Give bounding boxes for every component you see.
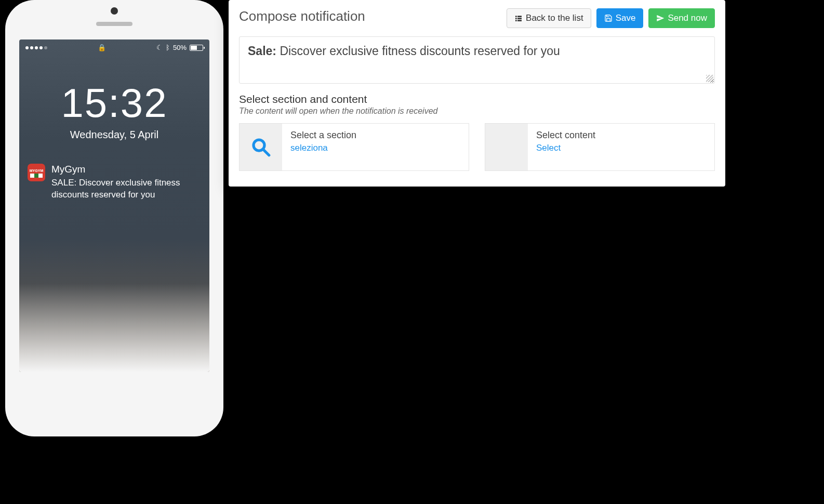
svg-rect-4 [515, 20, 517, 21]
phone-screen: 🔒 ☾ ᛒ 50% 15:32 Wednesday, 5 April MYGYM… [19, 39, 209, 372]
notification-body: MyGym SALE: Discover exclusive fitness d… [51, 164, 201, 201]
panel-actions: Back to the list Save Send now [507, 8, 715, 28]
clock-time: 15:32 [19, 79, 209, 127]
select-section-card[interactable]: Select a section seleziona [239, 123, 469, 171]
compose-textarea[interactable]: Sale: Discover exclusive fitness discoun… [239, 36, 715, 84]
notification-title: MyGym [51, 164, 201, 175]
compose-body: Discover exclusive fitness discounts res… [280, 44, 560, 58]
compose-panel: Compose notification Back to the list Sa… [229, 0, 725, 187]
save-label: Save [616, 13, 636, 23]
status-bar: 🔒 ☾ ᛒ 50% [19, 39, 209, 51]
svg-rect-1 [517, 16, 522, 17]
signal-dots-icon [25, 46, 47, 49]
lockscreen-notification: MYGYM MyGym SALE: Discover exclusive fit… [28, 164, 201, 201]
status-right: ☾ ᛒ 50% [156, 44, 203, 51]
notification-text: SALE: Discover exclusive fitness discoun… [51, 177, 201, 201]
page-title: Compose notification [239, 8, 365, 24]
select-row: Select a section seleziona Select conten… [239, 123, 715, 171]
send-label: Send now [668, 13, 707, 23]
list-icon [514, 14, 523, 22]
dnd-icon: ☾ [156, 44, 163, 51]
send-now-button[interactable]: Send now [648, 8, 715, 28]
resize-handle-icon[interactable] [706, 75, 713, 82]
select-content-card[interactable]: Select content Select [485, 123, 715, 171]
select-section-link[interactable]: seleziona [290, 143, 356, 153]
select-section-label: Select section and content [239, 93, 715, 105]
bluetooth-icon: ᛒ [166, 44, 170, 51]
compose-prefix: Sale: [248, 44, 276, 58]
phone-speaker [96, 22, 132, 26]
send-icon [656, 14, 664, 22]
svg-rect-5 [517, 20, 522, 21]
back-to-list-label: Back to the list [526, 13, 583, 23]
panel-header: Compose notification Back to the list Sa… [239, 8, 715, 28]
svg-rect-3 [517, 18, 522, 19]
battery-percent: 50% [173, 44, 187, 51]
status-left [25, 46, 47, 49]
select-section-title: Select a section [290, 130, 356, 141]
search-icon [240, 124, 282, 170]
content-placeholder-icon [485, 124, 528, 170]
svg-line-7 [263, 150, 269, 155]
lock-icon: 🔒 [98, 44, 106, 51]
svg-rect-0 [515, 16, 517, 17]
screen-fade [19, 284, 209, 372]
select-content-title: Select content [536, 130, 595, 141]
svg-rect-2 [515, 18, 517, 19]
select-content-link[interactable]: Select [536, 143, 595, 153]
lockscreen-clock: 15:32 Wednesday, 5 April [19, 79, 209, 141]
select-section-hint: The content will open when the notificat… [239, 107, 715, 116]
phone-mockup: 🔒 ☾ ᛒ 50% 15:32 Wednesday, 5 April MYGYM… [5, 0, 223, 436]
battery-icon [190, 45, 203, 51]
clock-date: Wednesday, 5 April [19, 129, 209, 141]
back-to-list-button[interactable]: Back to the list [507, 8, 591, 28]
save-button[interactable]: Save [596, 8, 644, 28]
notification-app-icon-label: MYGYM [30, 169, 43, 173]
save-icon [604, 14, 613, 22]
notification-app-icon: MYGYM [28, 164, 45, 181]
